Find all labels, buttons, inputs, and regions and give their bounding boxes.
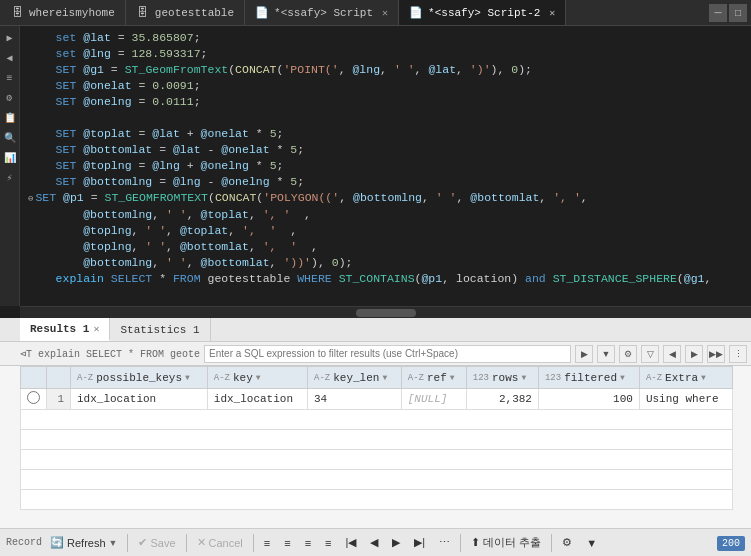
save-button[interactable]: ✔ Save (132, 532, 181, 554)
filter-nav-forward[interactable]: ▶ (575, 345, 593, 363)
filter-more[interactable]: ▶▶ (707, 345, 725, 363)
tab-geotesttable-label: geotesttable (155, 7, 234, 19)
tab-script2-close[interactable]: ✕ (549, 7, 555, 19)
filter-nav-down[interactable]: ▼ (597, 345, 615, 363)
tab-geotesttable[interactable]: 🗄 geotesttable (126, 0, 245, 25)
table-row-empty-3 (21, 450, 733, 470)
col-filtered-header[interactable]: 123 filtered ▼ (538, 367, 639, 389)
tab-results1[interactable]: Results 1 ✕ (20, 318, 110, 341)
sort-arrow-key: ▼ (256, 373, 261, 382)
nav-btn-2[interactable]: ≡ (278, 532, 296, 554)
code-line-11: ⊖SET @p1 = ST_GEOMFROMTEXT(CONCAT('POLYG… (28, 190, 751, 207)
tab-script1[interactable]: 📄 *<ssafy> Script ✕ (245, 0, 399, 25)
filtered-cell: 100 (538, 389, 639, 410)
nav-btn-1[interactable]: ≡ (258, 532, 276, 554)
results1-label: Results 1 (30, 323, 89, 335)
tab-statistics1[interactable]: Statistics 1 (110, 318, 210, 341)
col-extra-header[interactable]: A-Z Extra ▼ (639, 367, 732, 389)
maximize-button[interactable]: □ (729, 4, 747, 22)
results-panel: Results 1 ✕ Statistics 1 ⊲T explain SELE… (0, 318, 751, 556)
tab-script1-label: *<ssafy> Script (274, 7, 373, 19)
more-btn[interactable]: ▼ (580, 532, 603, 554)
col-key-len-label: key_len (333, 372, 379, 384)
hscroll-thumb[interactable] (356, 309, 416, 317)
cancel-icon: ✕ (197, 536, 206, 549)
nav-btn-3[interactable]: ≡ (299, 532, 317, 554)
col-key-len-header[interactable]: A-Z key_len ▼ (308, 367, 402, 389)
col-possible-keys-header[interactable]: A-Z possible_keys ▼ (71, 367, 208, 389)
table-row[interactable]: 1 idx_location idx_location 34 [NULL] 2,… (21, 389, 733, 410)
editor-hscroll[interactable] (20, 306, 751, 318)
code-line-1: set @lat = 35.865807; (28, 30, 751, 46)
col-rows-label: rows (492, 372, 518, 384)
sort-arrow-filtered: ▼ (620, 373, 625, 382)
window-controls: ─ □ (709, 4, 751, 22)
col-rows-header[interactable]: 123 rows ▼ (466, 367, 538, 389)
gutter-icon-5: 📋 (2, 110, 18, 126)
minimize-button[interactable]: ─ (709, 4, 727, 22)
row-radio-cell[interactable] (21, 389, 47, 410)
col-ref-header[interactable]: A-Z ref ▼ (401, 367, 466, 389)
refresh-dropdown[interactable]: ▼ (109, 538, 118, 548)
row-count-container: 200 (717, 537, 745, 549)
filter-funnel[interactable]: ▽ (641, 345, 659, 363)
possible-keys-cell: idx_location (71, 389, 208, 410)
sep-1 (127, 534, 128, 552)
sep-4 (460, 534, 461, 552)
table-row-empty-5 (21, 490, 733, 510)
col-filtered-label: filtered (564, 372, 617, 384)
last-row-btn[interactable]: ▶| (408, 532, 431, 554)
nav-btn-4[interactable]: ≡ (319, 532, 337, 554)
editor-left-gutter: ▶ ◀ ≡ ⚙ 📋 🔍 📊 ⚡ (0, 26, 20, 306)
results1-close[interactable]: ✕ (93, 323, 99, 335)
tab-whereismyhome[interactable]: 🗄 whereismyhome (0, 0, 126, 25)
table-row-empty-2 (21, 430, 733, 450)
sep-2 (186, 534, 187, 552)
first-row-btn[interactable]: |◀ (339, 532, 362, 554)
sort-arrow-extra: ▼ (701, 373, 706, 382)
row-radio-input[interactable] (27, 391, 40, 404)
prev-row-btn[interactable]: ◀ (364, 532, 384, 554)
cancel-button[interactable]: ✕ Cancel (191, 532, 249, 554)
results-tabs: Results 1 ✕ Statistics 1 (0, 318, 751, 342)
tab-script1-close[interactable]: ✕ (382, 7, 388, 19)
filter-settings[interactable]: ⚙ (619, 345, 637, 363)
filter-input[interactable] (204, 345, 571, 363)
gutter-icon-1: ▶ (2, 30, 18, 46)
col-extra-label: Extra (665, 372, 698, 384)
settings-btn[interactable]: ⚙ (556, 532, 578, 554)
table-header-row: A-Z possible_keys ▼ A-Z key ▼ (21, 367, 733, 389)
filter-col-right[interactable]: ▶ (685, 345, 703, 363)
tab-script2[interactable]: 📄 *<ssafy> Script-2 ✕ (399, 0, 566, 25)
code-editor[interactable]: set @lat = 35.865807; set @lng = 128.593… (20, 26, 751, 306)
gutter-icon-8: ⚡ (2, 170, 18, 186)
nav-extra[interactable]: ⋯ (433, 532, 456, 554)
code-line-15: @bottomlng, ' ', @bottomlat, '))'), 0); (28, 255, 751, 271)
record-label: Record (6, 537, 42, 548)
code-line-2: set @lng = 128.593317; (28, 46, 751, 62)
filter-col-left[interactable]: ◀ (663, 345, 681, 363)
col-type-ref: A-Z (408, 373, 424, 383)
code-line-8: SET @bottomlat = @lat - @onelat * 5; (28, 142, 751, 158)
filter-bar: ⊲T explain SELECT * FROM geote ▶ ▼ ⚙ ▽ ◀… (0, 342, 751, 366)
tab-bar: 🗄 whereismyhome 🗄 geotesttable 📄 *<ssafy… (0, 0, 751, 26)
export-icon: ⬆ (471, 536, 480, 549)
script2-icon: 📄 (409, 6, 423, 20)
col-key-header[interactable]: A-Z key ▼ (207, 367, 307, 389)
next-row-btn[interactable]: ▶ (386, 532, 406, 554)
gutter-icon-6: 🔍 (2, 130, 18, 146)
export-btn[interactable]: ⬆ 데이터 추출 (465, 532, 547, 554)
gutter-icon-7: 📊 (2, 150, 18, 166)
bottom-toolbar: Record 🔄 Refresh ▼ ✔ Save ✕ Cancel ≡ ≡ ≡… (0, 528, 751, 556)
gutter-icon-4: ⚙ (2, 90, 18, 106)
table-row-empty-1 (21, 410, 733, 430)
filter-extra[interactable]: ⋮ (729, 345, 747, 363)
col-possible-keys-label: possible_keys (96, 372, 182, 384)
code-line-16: explain SELECT * FROM geotesttable WHERE… (28, 271, 751, 287)
col-radio-header (21, 367, 47, 389)
col-type-rows: 123 (473, 373, 489, 383)
col-type-extra: A-Z (646, 373, 662, 383)
refresh-button[interactable]: 🔄 Refresh ▼ (44, 532, 123, 554)
key-cell: idx_location (207, 389, 307, 410)
col-rownum-header (47, 367, 71, 389)
